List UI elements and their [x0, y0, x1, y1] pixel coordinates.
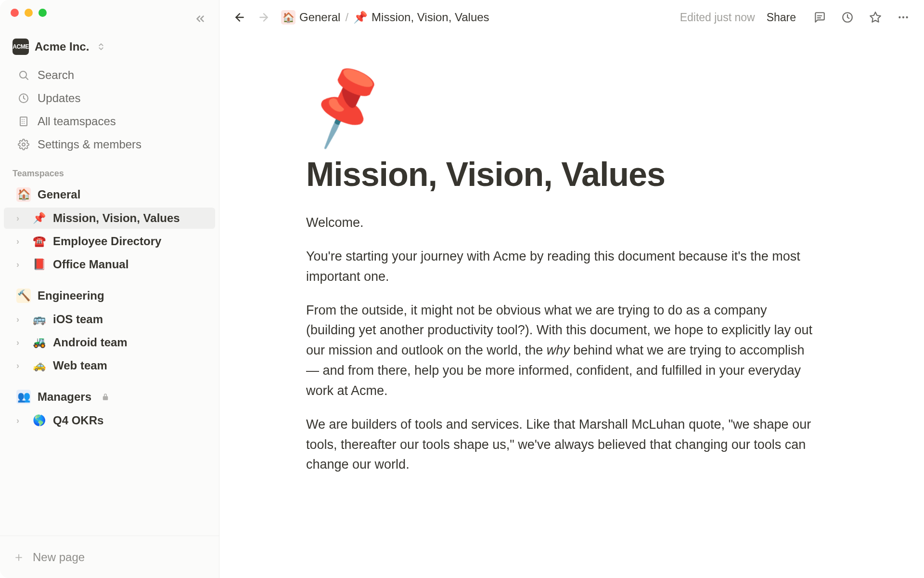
page-title[interactable]: Mission, Vision, Values [306, 155, 924, 194]
page-android-team[interactable]: › 🚜 Android team [4, 332, 215, 353]
breadcrumb-general[interactable]: 🏠 General [281, 10, 340, 25]
svg-point-0 [20, 71, 26, 78]
chevron-updown-icon [97, 42, 105, 51]
teamspace-general-label: General [38, 188, 80, 201]
window-close-button[interactable] [11, 9, 19, 17]
tractor-icon: 🚜 [32, 336, 46, 349]
page-employee-directory[interactable]: › ☎️ Employee Directory [4, 231, 215, 252]
plus-icon: ＋ [13, 549, 25, 565]
teamspace-general[interactable]: 🏠 General [4, 184, 215, 206]
paragraph[interactable]: You're starting your journey with Acme b… [306, 247, 816, 287]
page-label: Mission, Vision, Values [53, 211, 180, 225]
pushpin-icon: 📌 [353, 11, 368, 24]
nav-forward-button[interactable] [254, 8, 273, 27]
people-icon: 👥 [16, 390, 31, 404]
paragraph[interactable]: Welcome. [306, 213, 816, 233]
workspace-name: Acme Inc. [35, 40, 89, 53]
page-ios-team[interactable]: › 🚌 iOS team [4, 309, 215, 330]
sidebar-settings[interactable]: Settings & members [4, 134, 215, 155]
sidebar: ACME Acme Inc. Search Updates All teamsp… [0, 0, 219, 578]
page-web-team[interactable]: › 🚕 Web team [4, 355, 215, 376]
chevron-right-icon: › [16, 213, 25, 223]
page-office-manual[interactable]: › 📕 Office Manual [4, 254, 215, 275]
book-icon: 📕 [32, 258, 46, 271]
page-q4-okrs[interactable]: › 🌎 Q4 OKRs [4, 410, 215, 431]
teamspace-engineering-label: Engineering [38, 289, 104, 302]
taxi-icon: 🚕 [32, 359, 46, 372]
sidebar-updates[interactable]: Updates [4, 88, 215, 109]
sidebar-settings-label: Settings & members [38, 138, 141, 151]
pushpin-icon: 📌 [32, 212, 46, 224]
page-label: Employee Directory [53, 235, 161, 248]
new-page-button[interactable]: ＋ New page [0, 542, 219, 572]
sidebar-updates-label: Updates [38, 92, 80, 105]
teamspaces-section-label: Teamspaces [0, 156, 219, 183]
svg-marker-16 [870, 12, 881, 22]
teamspace-managers[interactable]: 👥 Managers [4, 386, 215, 408]
window-minimize-button[interactable] [25, 9, 33, 17]
home-icon: 🏠 [281, 10, 295, 25]
page-label: iOS team [53, 313, 103, 326]
topbar: 🏠 General / 📌 Mission, Vision, Values Ed… [219, 0, 924, 35]
window-traffic-lights [11, 9, 47, 17]
window-maximize-button[interactable] [38, 9, 47, 17]
svg-point-18 [902, 16, 904, 18]
sidebar-all-teamspaces[interactable]: All teamspaces [4, 111, 215, 132]
home-icon: 🏠 [16, 187, 31, 202]
page-label: Web team [53, 359, 107, 372]
breadcrumb-separator: / [345, 11, 348, 24]
more-button[interactable] [893, 7, 913, 27]
nav-back-button[interactable] [230, 8, 249, 27]
page-label: Office Manual [53, 258, 128, 271]
breadcrumb-current-page-label: Mission, Vision, Values [372, 11, 489, 24]
paragraph[interactable]: We are builders of tools and services. L… [306, 415, 816, 475]
new-page-label: New page [33, 551, 85, 564]
workspace-switcher[interactable]: ACME Acme Inc. [0, 34, 219, 64]
chevron-right-icon: › [16, 338, 25, 348]
chevron-right-icon: › [16, 315, 25, 325]
collapse-sidebar-button[interactable] [194, 13, 206, 25]
breadcrumb: 🏠 General / 📌 Mission, Vision, Values [281, 10, 489, 25]
text-em: why [547, 343, 570, 357]
globe-icon: 🌎 [32, 414, 46, 427]
sidebar-search-label: Search [38, 68, 74, 82]
search-icon [16, 69, 31, 81]
building-icon [16, 116, 31, 127]
sidebar-search[interactable]: Search [4, 65, 215, 86]
svg-point-10 [22, 143, 25, 146]
bus-icon: 🚌 [32, 313, 46, 326]
page-content[interactable]: 📌 Mission, Vision, Values Welcome. You'r… [219, 35, 924, 578]
main: 🏠 General / 📌 Mission, Vision, Values Ed… [219, 0, 924, 578]
sidebar-all-teamspaces-label: All teamspaces [38, 115, 116, 128]
comments-button[interactable] [809, 7, 830, 27]
page-mission-vision-values[interactable]: › 📌 Mission, Vision, Values [4, 208, 215, 229]
workspace-badge: ACME [13, 39, 29, 55]
paragraph[interactable]: From the outside, it might not be obviou… [306, 301, 816, 401]
gear-icon [16, 139, 31, 150]
lock-icon [101, 393, 110, 401]
svg-point-17 [898, 16, 900, 18]
chevron-right-icon: › [16, 361, 25, 371]
edited-status: Edited just now [680, 11, 755, 24]
page-hero-icon[interactable]: 📌 [298, 62, 393, 147]
page-label: Android team [53, 336, 128, 349]
favorite-button[interactable] [865, 7, 886, 27]
breadcrumb-general-label: General [299, 11, 340, 24]
hammer-icon: 🔨 [16, 289, 31, 303]
teamspace-managers-label: Managers [38, 390, 91, 404]
chevron-right-icon: › [16, 260, 25, 270]
teamspace-engineering[interactable]: 🔨 Engineering [4, 285, 215, 307]
svg-point-19 [906, 16, 908, 18]
telephone-icon: ☎️ [32, 235, 46, 248]
breadcrumb-current-page[interactable]: 📌 Mission, Vision, Values [353, 11, 489, 24]
chevron-right-icon: › [16, 416, 25, 426]
updates-button[interactable] [837, 7, 858, 27]
chevron-right-icon: › [16, 236, 25, 247]
share-button[interactable]: Share [767, 11, 796, 24]
page-label: Q4 OKRs [53, 414, 103, 427]
clock-icon [16, 92, 31, 104]
svg-line-1 [26, 78, 28, 79]
